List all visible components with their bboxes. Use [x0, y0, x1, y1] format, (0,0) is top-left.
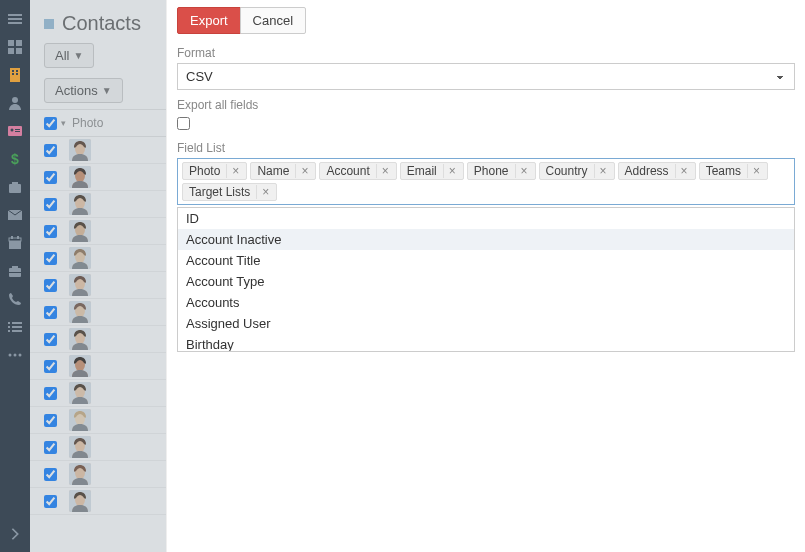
listbox-item[interactable]: Account Type — [178, 271, 794, 292]
actions-dropdown[interactable]: Actions ▼ — [44, 78, 123, 103]
nav-calendar[interactable] — [0, 229, 30, 257]
svg-rect-5 — [8, 48, 14, 54]
select-all-checkbox[interactable] — [44, 117, 57, 130]
tag-remove-icon[interactable]: × — [376, 164, 394, 178]
row-checkbox[interactable] — [44, 360, 57, 373]
svg-rect-26 — [12, 266, 18, 268]
tag-label: Phone — [474, 164, 509, 178]
actions-label: Actions — [55, 83, 98, 98]
nav-dashboard[interactable] — [0, 33, 30, 61]
nav-meetings[interactable] — [0, 257, 30, 285]
tag-remove-icon[interactable]: × — [675, 164, 693, 178]
avatar — [69, 382, 91, 404]
main: Contacts All ▼ Actions ▼ ▾ Photo — [30, 0, 805, 552]
svg-point-12 — [12, 97, 18, 103]
nav-leads[interactable] — [0, 117, 30, 145]
field-tag[interactable]: Teams× — [699, 162, 768, 180]
avatar — [69, 355, 91, 377]
row-checkbox[interactable] — [44, 441, 57, 454]
field-tag[interactable]: Name× — [250, 162, 316, 180]
field-tag[interactable]: Phone× — [467, 162, 536, 180]
field-tag[interactable]: Country× — [539, 162, 615, 180]
svg-rect-16 — [15, 131, 20, 132]
svg-rect-18 — [9, 184, 21, 193]
row-checkbox[interactable] — [44, 225, 57, 238]
menu-toggle[interactable] — [0, 5, 30, 33]
row-checkbox[interactable] — [44, 333, 57, 346]
nav-accounts[interactable] — [0, 61, 30, 89]
row-checkbox[interactable] — [44, 306, 57, 319]
listbox-item[interactable]: Assigned User — [178, 313, 794, 334]
row-checkbox[interactable] — [44, 468, 57, 481]
avatar — [69, 436, 91, 458]
tag-label: Teams — [706, 164, 741, 178]
export-all-label: Export all fields — [177, 98, 795, 112]
listbox-item[interactable]: Account Title — [178, 250, 794, 271]
svg-rect-22 — [9, 238, 21, 241]
modal-header: Export Cancel — [177, 7, 795, 34]
listbox-item[interactable]: Account Inactive — [178, 229, 794, 250]
tag-remove-icon[interactable]: × — [594, 164, 612, 178]
listbox-item[interactable]: Birthday — [178, 334, 794, 352]
listbox-item[interactable]: Accounts — [178, 292, 794, 313]
cancel-button[interactable]: Cancel — [240, 7, 306, 34]
svg-rect-3 — [8, 40, 14, 46]
export-all-checkbox[interactable] — [177, 117, 190, 130]
nav-calls[interactable] — [0, 285, 30, 313]
sidebar-expand[interactable] — [0, 520, 30, 548]
row-checkbox[interactable] — [44, 495, 57, 508]
nav-cases[interactable] — [0, 173, 30, 201]
svg-rect-29 — [12, 322, 22, 324]
nav-email[interactable] — [0, 201, 30, 229]
row-checkbox[interactable] — [44, 198, 57, 211]
avatar — [69, 139, 91, 161]
export-button[interactable]: Export — [177, 7, 241, 34]
sidebar: $ — [0, 0, 30, 552]
svg-rect-0 — [8, 14, 22, 16]
tag-label: Target Lists — [189, 185, 250, 199]
contact-icon — [7, 95, 23, 111]
field-tag[interactable]: Email× — [400, 162, 464, 180]
svg-rect-33 — [12, 330, 22, 332]
building-icon — [7, 67, 23, 83]
tag-remove-icon[interactable]: × — [256, 185, 274, 199]
row-checkbox[interactable] — [44, 252, 57, 265]
tag-remove-icon[interactable]: × — [295, 164, 313, 178]
nav-tasks[interactable] — [0, 313, 30, 341]
title-marker — [44, 19, 54, 29]
format-select[interactable]: CSV — [177, 63, 795, 90]
tag-remove-icon[interactable]: × — [515, 164, 533, 178]
svg-point-14 — [11, 129, 14, 132]
format-group: Format CSV — [177, 46, 795, 90]
svg-rect-27 — [9, 272, 21, 273]
field-tag[interactable]: Target Lists× — [182, 183, 277, 201]
filter-label: All — [55, 48, 69, 63]
tag-label: Country — [546, 164, 588, 178]
row-checkbox[interactable] — [44, 414, 57, 427]
field-listbox[interactable]: IDAccount InactiveAccount TitleAccount T… — [177, 207, 795, 352]
field-tag[interactable]: Address× — [618, 162, 696, 180]
svg-rect-9 — [16, 70, 18, 72]
row-checkbox[interactable] — [44, 387, 57, 400]
field-tags[interactable]: Photo×Name×Account×Email×Phone×Country×A… — [177, 158, 795, 205]
listbox-item[interactable]: ID — [178, 208, 794, 229]
row-checkbox[interactable] — [44, 144, 57, 157]
nav-contacts[interactable] — [0, 89, 30, 117]
svg-rect-19 — [12, 182, 18, 184]
svg-rect-23 — [11, 236, 13, 239]
tag-remove-icon[interactable]: × — [226, 164, 244, 178]
tag-label: Name — [257, 164, 289, 178]
field-tag[interactable]: Account× — [319, 162, 396, 180]
tag-remove-icon[interactable]: × — [443, 164, 461, 178]
svg-rect-1 — [8, 18, 22, 20]
tag-remove-icon[interactable]: × — [747, 164, 765, 178]
nav-more[interactable] — [0, 341, 30, 369]
export-modal: Export Cancel Format CSV Export all fiel… — [166, 0, 805, 552]
row-checkbox[interactable] — [44, 279, 57, 292]
row-checkbox[interactable] — [44, 171, 57, 184]
svg-rect-28 — [8, 322, 10, 324]
more-icon — [7, 347, 23, 363]
field-tag[interactable]: Photo× — [182, 162, 247, 180]
nav-opportunities[interactable]: $ — [0, 145, 30, 173]
filter-dropdown[interactable]: All ▼ — [44, 43, 94, 68]
